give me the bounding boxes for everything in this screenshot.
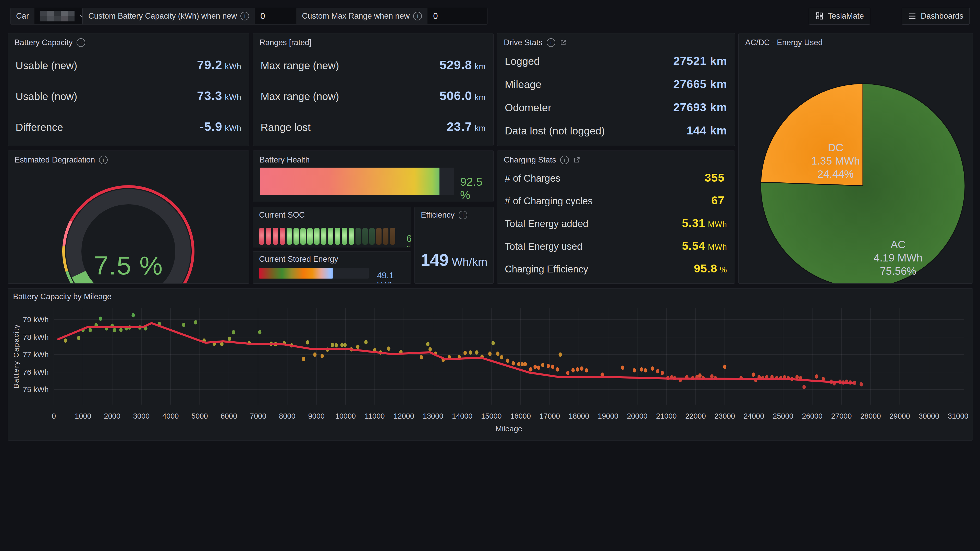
stat-row: Data lost (not logged) 144 km	[505, 124, 727, 137]
stat-row: Total Energy used 5.54MWh	[505, 239, 727, 252]
panel-title: Battery Capacity by Mileage	[13, 292, 111, 301]
soc-led-segment	[335, 228, 340, 245]
stored-energy-value: 49.1 kWh	[377, 270, 411, 284]
panel-title: Battery Capacity	[14, 38, 73, 47]
info-icon[interactable]: i	[413, 12, 422, 21]
svg-text:76 kWh: 76 kWh	[23, 368, 49, 376]
svg-text:AC: AC	[891, 238, 905, 251]
dashboards-button-label: Dashboards	[921, 11, 963, 21]
car-variable-label: Car	[11, 8, 35, 24]
stat-row: Max range (new) 529.8km	[261, 58, 486, 72]
svg-text:4.19 MWh: 4.19 MWh	[873, 252, 922, 264]
efficiency-value: 149Wh/km	[415, 250, 493, 270]
charging-stats-panel: Charging Stats i # of Charges 355 # of C…	[497, 151, 735, 284]
info-icon[interactable]: i	[547, 38, 555, 47]
svg-text:1.35 MWh: 1.35 MWh	[811, 155, 860, 167]
info-icon[interactable]: i	[458, 211, 467, 219]
battery-health-value: 92.5 %	[460, 175, 493, 202]
soc-led-segment	[321, 228, 326, 245]
svg-text:1000: 1000	[75, 412, 91, 420]
custom-max-range-control: Custom Max Range when new i 0	[296, 8, 487, 24]
panel-title: Drive Stats	[504, 38, 542, 47]
mileage-scatter-chart[interactable]: 75 kWh76 kWh77 kWh78 kWh79 kWh0100020003…	[8, 289, 973, 440]
svg-text:15000: 15000	[481, 412, 502, 420]
soc-led-segment	[293, 228, 299, 245]
svg-text:14000: 14000	[452, 412, 473, 420]
info-icon[interactable]: i	[560, 156, 569, 164]
svg-text:4000: 4000	[162, 412, 179, 420]
stat-row: Max range (now) 506.0km	[261, 89, 486, 103]
external-link-icon[interactable]	[573, 156, 581, 164]
svg-text:27000: 27000	[831, 412, 852, 420]
soc-led-segment	[286, 228, 292, 245]
dashboards-button[interactable]: Dashboards	[902, 8, 970, 24]
stat-row: Range lost 23.7km	[261, 119, 486, 134]
stat-row: Usable (new) 79.2kWh	[16, 58, 242, 72]
car-value-redacted	[40, 11, 75, 21]
svg-text:DC: DC	[828, 141, 843, 154]
stat-row: Difference -5.9kWh	[16, 119, 242, 134]
panel-title: AC/DC - Energy Used	[745, 38, 822, 47]
estimated-degradation-panel: Estimated Degradation i 7.5 %	[8, 151, 249, 284]
info-icon[interactable]: i	[99, 156, 108, 164]
car-variable-select[interactable]: Car	[10, 8, 92, 24]
svg-text:2000: 2000	[104, 412, 121, 420]
battery-health-panel: Battery Health 92.5 %	[253, 151, 493, 202]
custom-battery-capacity-label: Custom Battery Capacity (kWh) when new	[88, 11, 237, 21]
stat-row: Odometer 27693 km	[505, 101, 727, 114]
svg-text:9000: 9000	[308, 412, 325, 420]
stat-row: # of Charging cycles 67	[505, 194, 727, 207]
svg-text:10000: 10000	[335, 412, 356, 420]
panel-title: Current SOC	[259, 210, 305, 220]
svg-text:24000: 24000	[744, 412, 764, 420]
svg-text:19000: 19000	[598, 412, 618, 420]
stat-row: Usable (now) 73.3kWh	[16, 89, 242, 103]
svg-text:77 kWh: 77 kWh	[23, 350, 49, 359]
svg-text:75 kWh: 75 kWh	[23, 385, 49, 394]
acdc-energy-panel: AC/DC - Energy Used DC1.35 MWh24.44%AC4.…	[738, 33, 973, 284]
custom-max-range-input[interactable]: 0	[428, 8, 487, 24]
soc-led-segment	[363, 228, 368, 245]
soc-value: 67.0 %	[407, 233, 411, 248]
custom-max-range-label: Custom Max Range when new	[302, 11, 410, 21]
info-icon[interactable]: i	[240, 12, 249, 21]
info-icon[interactable]: i	[76, 38, 85, 47]
svg-text:79 kWh: 79 kWh	[23, 315, 49, 324]
svg-text:3000: 3000	[133, 412, 150, 420]
stored-energy-panel: Current Stored Energy 49.1 kWh	[253, 251, 411, 284]
apps-grid-icon	[815, 12, 824, 21]
svg-text:30000: 30000	[919, 412, 939, 420]
svg-text:8000: 8000	[279, 412, 296, 420]
stat-row: Total Energy added 5.31MWh	[505, 217, 727, 230]
panel-title: Efficiency	[421, 210, 455, 220]
current-soc-panel: Current SOC 67.0 %	[253, 206, 411, 248]
panel-title: Ranges [rated]	[259, 38, 311, 47]
svg-text:23000: 23000	[714, 412, 735, 420]
soc-led-segment	[307, 228, 313, 245]
svg-text:0: 0	[52, 412, 56, 420]
svg-text:7000: 7000	[250, 412, 266, 420]
soc-led-segment	[259, 228, 264, 245]
soc-led-segment	[280, 228, 285, 245]
stored-energy-bar	[259, 268, 369, 279]
stat-row: Mileage 27665 km	[505, 78, 727, 91]
svg-text:24.44%: 24.44%	[818, 168, 854, 180]
svg-text:11000: 11000	[365, 412, 385, 420]
panel-title: Current Stored Energy	[259, 254, 338, 264]
svg-text:16000: 16000	[510, 412, 531, 420]
external-link-icon[interactable]	[559, 39, 567, 46]
battery-capacity-panel: Battery Capacity i Usable (new) 79.2kWh …	[8, 33, 249, 146]
custom-battery-capacity-control: Custom Battery Capacity (kWh) when new i…	[83, 8, 315, 24]
drive-stats-panel: Drive Stats i Logged 27521 km Mileage 27…	[497, 33, 735, 146]
svg-text:28000: 28000	[860, 412, 881, 420]
svg-text:5000: 5000	[191, 412, 208, 420]
soc-led-segment	[328, 228, 333, 245]
soc-led-segment	[376, 228, 382, 245]
soc-led-segment	[342, 228, 347, 245]
stat-row: Logged 27521 km	[505, 54, 727, 68]
efficiency-panel: Efficiency i 149Wh/km	[414, 206, 493, 284]
svg-text:21000: 21000	[656, 412, 677, 420]
soc-led-segment	[390, 228, 395, 245]
teslamate-button[interactable]: TeslaMate	[809, 8, 870, 24]
panel-title: Estimated Degradation	[14, 156, 95, 165]
